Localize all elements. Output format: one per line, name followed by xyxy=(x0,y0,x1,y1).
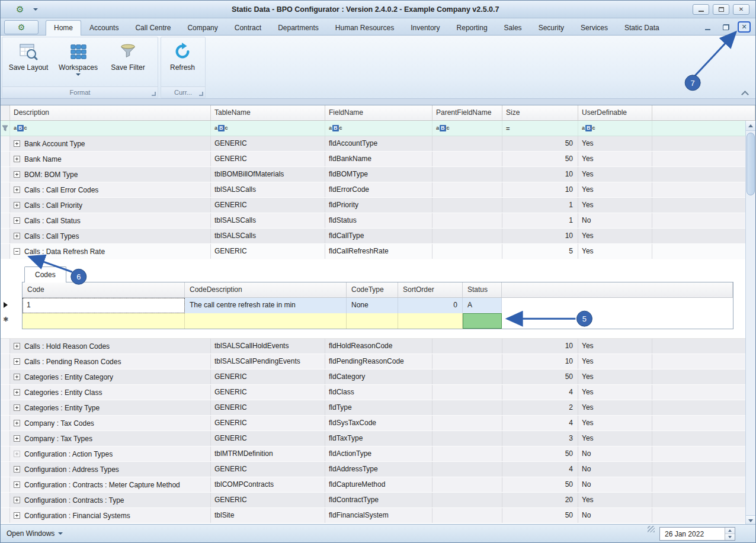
table-row[interactable]: Calls : Pending Reason CodestblSALSCallP… xyxy=(1,354,755,370)
collapse-row-icon[interactable] xyxy=(14,248,20,255)
table-row[interactable]: Company : Tax TypesGENERICfldTaxType3Yes xyxy=(1,431,755,446)
table-row[interactable]: Configuration : Contracts : Meter Captur… xyxy=(1,477,755,493)
maximize-button[interactable] xyxy=(713,4,729,15)
save-layout-button[interactable]: Save Layout xyxy=(4,38,53,86)
vertical-scrollbar[interactable] xyxy=(745,121,755,525)
ribbon-tab-inventory[interactable]: Inventory xyxy=(402,20,448,35)
filter-cell-size[interactable]: = xyxy=(502,121,578,136)
application-menu-button[interactable]: ⚙ xyxy=(4,20,39,34)
filter-cell-parentfieldname[interactable]: aBc xyxy=(433,121,502,136)
date-spin-down-button[interactable] xyxy=(725,534,735,540)
column-header-tablename[interactable]: TableName xyxy=(211,105,325,120)
table-row[interactable]: Categories : Entity TypeGENERICfldType2Y… xyxy=(1,400,755,416)
scroll-up-button[interactable] xyxy=(746,121,755,131)
subgrid-column-codetype[interactable]: CodeType xyxy=(347,282,398,297)
subgrid-column-status[interactable]: Status xyxy=(463,282,502,297)
expand-row-icon[interactable] xyxy=(14,512,20,519)
date-editor[interactable]: 26 Jan 2022 xyxy=(659,527,735,541)
filter-cell-tablename[interactable]: aBc xyxy=(211,121,325,136)
expand-row-icon[interactable] xyxy=(14,389,20,396)
table-row[interactable]: Categories : Entity CategoryGENERICfldCa… xyxy=(1,370,755,385)
resize-grip[interactable] xyxy=(648,526,655,532)
expand-row-icon[interactable] xyxy=(14,202,20,208)
expand-row-icon[interactable] xyxy=(14,343,20,349)
table-row[interactable]: BOM: BOM TypetblBOMBillOfMaterialsfldBOM… xyxy=(1,167,755,182)
expand-row-icon[interactable] xyxy=(14,374,20,380)
subgrid-cell-sortorder[interactable]: 0 xyxy=(398,298,463,313)
dialog-launcher-icon[interactable] xyxy=(152,92,156,96)
ribbon-tab-accounts[interactable]: Accounts xyxy=(81,20,127,35)
ribbon-tab-static-data[interactable]: Static Data xyxy=(616,20,668,35)
new-row-status-cell[interactable] xyxy=(463,313,502,329)
ribbon-tab-company[interactable]: Company xyxy=(179,20,226,35)
expand-row-icon[interactable] xyxy=(14,171,20,178)
table-row[interactable]: Calls : Call PriorityGENERICfldPriority1… xyxy=(1,198,755,213)
ribbon-tab-departments[interactable]: Departments xyxy=(270,20,327,35)
filter-cell-description[interactable]: aBc xyxy=(10,121,211,136)
table-row[interactable]: Calls : Call TypestblSALSCallsfldCallTyp… xyxy=(1,229,755,244)
ribbon-tab-security[interactable]: Security xyxy=(530,20,572,35)
expand-row-icon[interactable] xyxy=(14,187,20,193)
ribbon-tab-services[interactable]: Services xyxy=(572,20,616,35)
column-header-fieldname[interactable]: FieldName xyxy=(325,105,433,120)
subgrid-column-codedescription[interactable]: CodeDescription xyxy=(185,282,347,297)
mdi-close-button[interactable]: ✕ xyxy=(738,21,751,33)
ribbon-tab-contract[interactable]: Contract xyxy=(226,20,270,35)
filter-cell-userdefinable[interactable]: aBc xyxy=(578,121,652,136)
expand-row-icon[interactable] xyxy=(14,404,20,411)
save-filter-button[interactable]: Save Filter xyxy=(103,38,153,86)
table-row[interactable]: Company : Tax CodesGENERICfldSysTaxCode4… xyxy=(1,416,755,431)
open-windows-button[interactable]: Open Windows xyxy=(7,529,63,538)
collapse-ribbon-icon[interactable] xyxy=(742,91,748,95)
column-header-description[interactable]: Description xyxy=(10,105,211,120)
table-row[interactable]: Calls : Hold Reason CodestblSALSCallHold… xyxy=(1,339,755,354)
new-row-code-cell[interactable] xyxy=(23,313,185,329)
new-row-codetype-cell[interactable] xyxy=(347,313,398,329)
expand-row-icon[interactable] xyxy=(14,156,20,162)
ribbon-tab-home[interactable]: Home xyxy=(46,20,81,36)
table-row[interactable]: Configuration : Action TypestblMTRMDefin… xyxy=(1,446,755,462)
column-header-parentfieldname[interactable]: ParentFieldName xyxy=(433,105,502,120)
expand-row-icon[interactable] xyxy=(14,435,20,442)
filter-cell-fieldname[interactable]: aBc xyxy=(325,121,433,136)
close-button[interactable]: ✕ xyxy=(733,4,749,15)
ribbon-tab-sales[interactable]: Sales xyxy=(496,20,530,35)
tab-codes[interactable]: Codes xyxy=(24,266,66,282)
expand-row-icon[interactable] xyxy=(14,466,20,473)
table-row[interactable]: Calls : Data Refresh RateGENERICfldCallR… xyxy=(1,244,755,259)
expand-row-icon[interactable] xyxy=(14,497,20,503)
ribbon-tab-human-resources[interactable]: Human Resources xyxy=(327,20,402,35)
table-row[interactable]: Configuration : Contracts : TypeGENERICf… xyxy=(1,493,755,508)
mdi-minimize-button[interactable] xyxy=(701,21,714,33)
workspaces-button[interactable]: Workspaces xyxy=(53,38,103,86)
table-row[interactable]: Configuration : Financial SystemstblSite… xyxy=(1,508,755,523)
expand-row-icon[interactable] xyxy=(14,233,20,239)
subgrid-row[interactable]: 1The call centre refresh rate in minNone… xyxy=(23,298,733,313)
expand-row-icon[interactable] xyxy=(14,481,20,488)
subgrid-cell-status[interactable]: A xyxy=(463,298,502,313)
column-header-size[interactable]: Size xyxy=(502,105,578,120)
minimize-button[interactable] xyxy=(693,4,709,15)
table-row[interactable]: Calls : Call StatustblSALSCallsfldStatus… xyxy=(1,213,755,229)
date-spin-up-button[interactable] xyxy=(725,528,735,534)
new-row-codedescription-cell[interactable] xyxy=(185,313,347,329)
refresh-button[interactable]: Refresh xyxy=(162,38,203,86)
mdi-restore-button[interactable] xyxy=(719,21,732,33)
expand-row-icon[interactable] xyxy=(14,358,20,365)
ribbon-tab-call-centre[interactable]: Call Centre xyxy=(127,20,179,35)
subgrid-cell-codetype[interactable]: None xyxy=(347,298,398,313)
expand-row-icon[interactable] xyxy=(14,140,20,147)
subgrid-cell-codedescription[interactable]: The call centre refresh rate in min xyxy=(185,298,347,313)
expand-row-icon[interactable] xyxy=(14,420,20,426)
table-row[interactable]: Bank NameGENERICfldBankName50Yes xyxy=(1,152,755,167)
subgrid-cell-code[interactable]: 1 xyxy=(23,298,185,313)
table-row[interactable]: Bank Account TypeGENERICfldAccountType50… xyxy=(1,136,755,152)
column-header-userdefinable[interactable]: UserDefinable xyxy=(578,105,652,120)
new-row-sortorder-cell[interactable] xyxy=(398,313,463,329)
expand-row-icon[interactable] xyxy=(14,451,20,457)
subgrid-column-code[interactable]: Code xyxy=(23,282,185,297)
table-row[interactable]: Configuration : Address TypesGENERICfldA… xyxy=(1,462,755,477)
ribbon-tab-reporting[interactable]: Reporting xyxy=(449,20,496,35)
table-row[interactable]: Calls : Call Error CodestblSALSCallsfldE… xyxy=(1,182,755,198)
subgrid-column-sortorder[interactable]: SortOrder xyxy=(398,282,463,297)
